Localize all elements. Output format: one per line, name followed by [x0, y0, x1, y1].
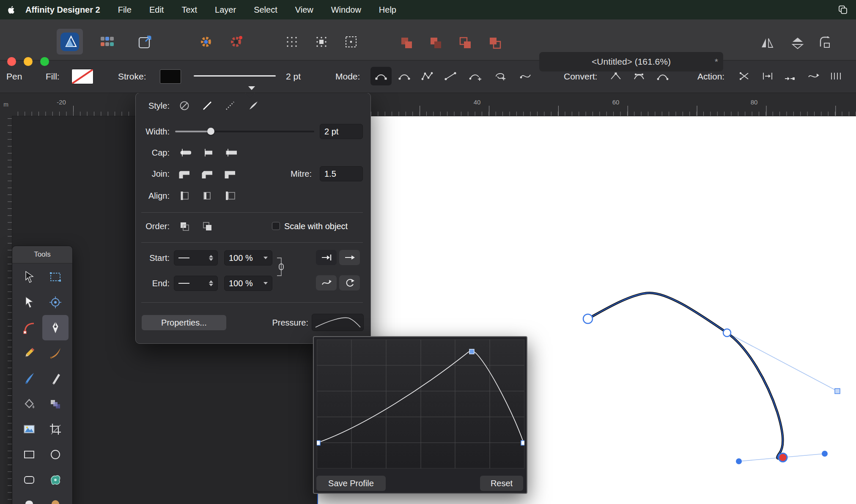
bezier-path[interactable] — [588, 293, 783, 459]
menu-status-icon[interactable] — [837, 4, 848, 15]
cap-square-button[interactable] — [220, 145, 240, 161]
node-tool[interactable] — [16, 290, 42, 315]
arrow-at-end-button[interactable] — [316, 250, 337, 265]
stroke-width-preview[interactable] — [194, 75, 276, 77]
pressure-preview[interactable] — [312, 314, 364, 331]
corner-tool[interactable] — [16, 315, 42, 340]
width-slider-track[interactable] — [175, 131, 314, 132]
polygon-mode-button[interactable] — [417, 67, 438, 85]
fill-tool[interactable] — [16, 391, 42, 416]
join-round-button[interactable] — [175, 166, 194, 182]
smooth-curve-button[interactable] — [803, 67, 824, 85]
handle-dot[interactable] — [822, 451, 828, 457]
place-image-tool[interactable] — [16, 416, 42, 442]
sync-arrows-button[interactable] — [339, 275, 360, 290]
style-none-button[interactable] — [175, 98, 194, 114]
settings-gear-button[interactable] — [196, 32, 216, 52]
align-outside-button[interactable] — [220, 188, 240, 204]
break-curve-button[interactable] — [734, 67, 755, 85]
menu-item-edit[interactable]: Edit — [149, 5, 164, 15]
insert-behind-button[interactable] — [397, 33, 417, 53]
curve-node-mid[interactable] — [723, 329, 731, 337]
fill-swatch[interactable] — [71, 69, 93, 84]
join-miter-button[interactable] — [220, 166, 240, 182]
pen-tool[interactable] — [42, 315, 69, 340]
smart-mode-button[interactable] — [394, 67, 415, 85]
paint-brush-tool[interactable] — [16, 366, 42, 391]
width-value-field[interactable]: 2 pt — [320, 124, 363, 139]
menu-item-window[interactable]: Window — [331, 5, 361, 15]
insert-inside-button[interactable] — [456, 33, 475, 53]
align-center-button[interactable] — [175, 188, 194, 204]
reset-button[interactable]: Reset — [480, 476, 523, 491]
insert-top-button[interactable] — [426, 33, 446, 53]
order-back-button[interactable] — [198, 218, 217, 234]
view-tool[interactable] — [16, 493, 42, 504]
join-curves-button[interactable] — [779, 67, 800, 85]
preferences-gear-button[interactable] — [226, 32, 246, 52]
style-brush-button[interactable] — [244, 98, 263, 114]
mitre-value-field[interactable]: 1.5 — [320, 166, 363, 181]
align-inside-button[interactable] — [198, 188, 217, 204]
curve-node-start[interactable] — [583, 314, 593, 323]
window-zoom-button[interactable] — [40, 57, 49, 66]
window-close-button[interactable] — [7, 57, 16, 66]
transparency-tool[interactable] — [42, 391, 69, 416]
start-style-dropdown[interactable] — [174, 250, 218, 266]
ellipse-tool[interactable] — [42, 442, 69, 467]
sculpt-mode-button[interactable] — [515, 67, 536, 85]
width-slider-thumb[interactable] — [207, 128, 214, 135]
properties-button[interactable]: Properties... — [142, 315, 226, 330]
color-picker-tool[interactable] — [42, 493, 69, 504]
menu-item-view[interactable]: View — [295, 5, 313, 15]
stepper-arrows[interactable] — [209, 280, 213, 286]
rounded-rectangle-tool[interactable] — [16, 467, 42, 493]
swap-start-end-button[interactable] — [316, 275, 337, 290]
snap-grid-button[interactable] — [282, 32, 302, 52]
pen-mode-button[interactable] — [370, 67, 392, 85]
handle-dot[interactable] — [736, 458, 742, 464]
apple-menu-icon[interactable] — [7, 5, 16, 14]
vector-brush-tool[interactable] — [42, 340, 69, 366]
handle-square[interactable] — [835, 389, 840, 394]
snap-pixel-button[interactable] — [312, 32, 331, 52]
menu-item-select[interactable]: Select — [254, 5, 277, 15]
rotate-button[interactable] — [815, 33, 834, 53]
personas-grid-button[interactable] — [97, 32, 117, 52]
stroke-width-value[interactable]: 2 pt — [286, 71, 301, 82]
close-curve-button[interactable] — [757, 67, 778, 85]
scale-with-object-checkbox[interactable] — [272, 222, 280, 230]
cap-butt-button[interactable] — [198, 145, 217, 161]
vector-crop-tool[interactable] — [42, 416, 69, 442]
custom-shape-tool[interactable] — [42, 467, 69, 493]
order-front-button[interactable] — [175, 218, 194, 234]
cap-round-button[interactable] — [175, 145, 194, 161]
style-solid-button[interactable] — [198, 98, 217, 114]
lasso-mode-button[interactable] — [489, 67, 510, 85]
end-scale-dropdown[interactable]: 100 % — [224, 276, 272, 291]
start-scale-dropdown[interactable]: 100 % — [224, 250, 272, 266]
line-mode-button[interactable] — [440, 67, 461, 85]
add-curve-mode-button[interactable] — [464, 67, 486, 85]
eraser-tool[interactable] — [42, 366, 69, 391]
flip-vertical-button[interactable] — [788, 33, 807, 53]
insert-replace-button[interactable] — [486, 33, 505, 53]
reverse-curve-button[interactable] — [825, 67, 846, 85]
end-style-dropdown[interactable] — [174, 276, 218, 291]
stroke-swatch[interactable] — [160, 69, 181, 84]
rectangle-tool[interactable] — [16, 442, 42, 467]
designer-persona-button[interactable] — [57, 29, 83, 55]
stepper-arrows[interactable] — [209, 255, 213, 261]
save-profile-button[interactable]: Save Profile — [316, 476, 386, 491]
pressure-handle-right[interactable] — [521, 441, 524, 445]
window-minimize-button[interactable] — [24, 57, 33, 66]
point-transform-tool[interactable] — [42, 290, 69, 315]
move-tool[interactable] — [16, 264, 42, 290]
menu-item-file[interactable]: File — [118, 5, 132, 15]
export-persona-button[interactable] — [135, 32, 155, 52]
pressure-profile-editor[interactable] — [317, 340, 524, 468]
style-dash-button[interactable] — [220, 98, 240, 114]
artboard-tool[interactable] — [42, 264, 69, 290]
link-start-end-icon[interactable] — [275, 255, 286, 279]
pencil-tool[interactable] — [16, 340, 42, 366]
